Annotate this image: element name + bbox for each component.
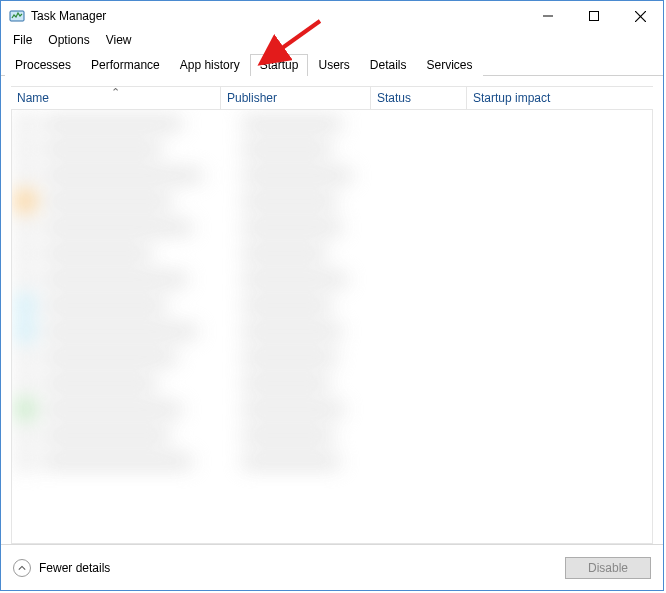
window-controls (525, 1, 663, 31)
tab-details[interactable]: Details (360, 54, 417, 76)
fewer-details-toggle[interactable]: Fewer details (13, 559, 110, 577)
tabstrip: Processes Performance App history Startu… (1, 51, 663, 76)
menu-options[interactable]: Options (40, 31, 97, 49)
tab-performance[interactable]: Performance (81, 54, 170, 76)
column-label: Startup impact (473, 91, 550, 105)
content-area: Name ⌃ Publisher Status Startup impact (1, 76, 663, 544)
close-button[interactable] (617, 1, 663, 31)
column-header-publisher[interactable]: Publisher (221, 87, 371, 109)
menu-view[interactable]: View (98, 31, 140, 49)
tab-startup[interactable]: Startup (250, 54, 309, 76)
column-label: Name (17, 91, 49, 105)
titlebar: Task Manager (1, 1, 663, 31)
menu-file[interactable]: File (5, 31, 40, 49)
tab-app-history[interactable]: App history (170, 54, 250, 76)
sort-ascending-icon: ⌃ (111, 86, 120, 99)
svg-rect-2 (590, 12, 599, 21)
column-label: Status (377, 91, 411, 105)
task-manager-window: Task Manager File Options View Processes… (0, 0, 664, 591)
column-header-impact[interactable]: Startup impact (467, 87, 653, 109)
window-title: Task Manager (31, 9, 106, 23)
tab-users[interactable]: Users (308, 54, 359, 76)
maximize-button[interactable] (571, 1, 617, 31)
chevron-up-icon (13, 559, 31, 577)
menubar: File Options View (1, 31, 663, 51)
tab-processes[interactable]: Processes (5, 54, 81, 76)
startup-list[interactable] (11, 110, 653, 544)
task-manager-icon (9, 8, 25, 24)
minimize-button[interactable] (525, 1, 571, 31)
fewer-details-label: Fewer details (39, 561, 110, 575)
column-header-status[interactable]: Status (371, 87, 467, 109)
column-header-name[interactable]: Name ⌃ (11, 87, 221, 109)
column-label: Publisher (227, 91, 277, 105)
blurred-rows (12, 110, 652, 543)
tab-services[interactable]: Services (417, 54, 483, 76)
disable-label: Disable (588, 561, 628, 575)
column-headers: Name ⌃ Publisher Status Startup impact (11, 86, 653, 110)
disable-button[interactable]: Disable (565, 557, 651, 579)
footer: Fewer details Disable (1, 544, 663, 590)
